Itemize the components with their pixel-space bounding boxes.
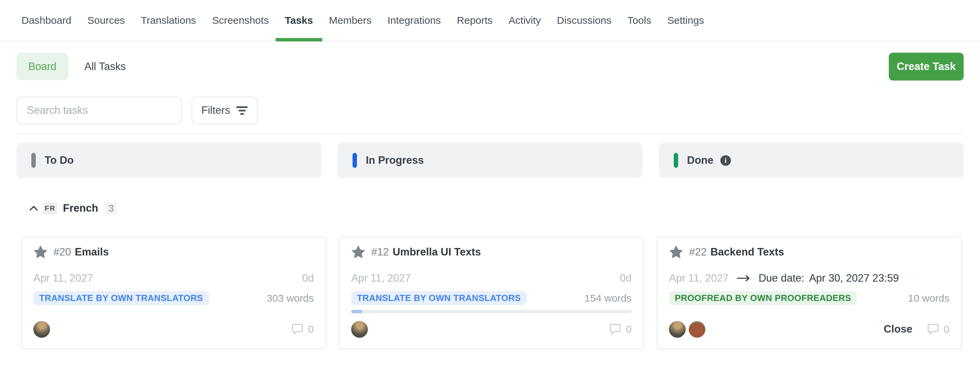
column-header-in-progress: In Progress (337, 143, 643, 178)
favorite-star-button[interactable] (669, 245, 683, 259)
assignee-avatar (689, 321, 705, 338)
task-card-umbrella-ui-texts[interactable]: #12 Umbrella UI Texts Apr 11, 2027 0d TR… (339, 236, 644, 349)
filters-button-label: Filters (202, 104, 230, 117)
top-navigation: Dashboard Sources Translations Screensho… (0, 0, 980, 41)
task-date: Apr 11, 2027 (669, 272, 729, 284)
tab-sources[interactable]: Sources (88, 0, 125, 41)
comment-count: 0 (626, 323, 632, 335)
card-footer-row: 0 (33, 321, 314, 338)
card-badge-row: TRANSLATE BY OWN TRANSLATORS 154 words (351, 291, 632, 305)
all-tasks-view-tab[interactable]: All Tasks (84, 53, 126, 80)
in-progress-status-pill (353, 153, 357, 168)
favorite-star-button[interactable] (351, 245, 366, 259)
tasks-board-page: Dashboard Sources Translations Screensho… (0, 0, 980, 372)
tab-discussions[interactable]: Discussions (557, 0, 611, 41)
column-header-todo: To Do (16, 143, 321, 178)
create-task-button[interactable]: Create Task (889, 53, 964, 81)
comment-icon[interactable] (609, 323, 621, 335)
assignee-avatars[interactable] (33, 321, 50, 338)
column-label: Done (687, 154, 714, 166)
task-type-badge: TRANSLATE BY OWN TRANSLATORS (351, 291, 527, 305)
card-meta-row: Apr 11, 2027 0d (33, 271, 314, 285)
task-date: Apr 11, 2027 (33, 272, 93, 284)
card-meta-row: Apr 11, 2027 0d (351, 271, 632, 285)
card-meta-row: Apr 11, 2027 Due date: Apr 30, 2027 23:5… (669, 271, 950, 285)
card-badge-row: PROOFREAD BY OWN PROOFREADERS 10 words (669, 291, 950, 305)
progress-fill (351, 310, 363, 313)
info-icon[interactable]: i (721, 155, 731, 166)
task-card-backend-texts[interactable]: #22 Backend Texts Apr 11, 2027 Due date:… (657, 236, 962, 349)
progress-bar (351, 310, 632, 313)
close-task-button[interactable]: Close (884, 323, 912, 335)
star-icon (351, 245, 366, 259)
filter-icon (236, 106, 248, 115)
todo-status-pill (31, 153, 36, 168)
tab-settings[interactable]: Settings (667, 0, 704, 41)
task-title: Umbrella UI Texts (393, 246, 481, 258)
card-badge-row: TRANSLATE BY OWN TRANSLATORS 303 words (33, 291, 314, 305)
card-title-row: #12 Umbrella UI Texts (351, 245, 632, 260)
tab-activity[interactable]: Activity (509, 0, 541, 41)
star-icon (669, 245, 683, 259)
task-date: Apr 11, 2027 (351, 272, 411, 284)
card-title-row: #22 Backend Texts (669, 245, 950, 260)
favorite-star-button[interactable] (33, 245, 48, 259)
collapse-group-button[interactable] (29, 203, 39, 213)
word-count: 10 words (908, 293, 950, 304)
language-name: French (63, 202, 98, 214)
task-card-emails[interactable]: #20 Emails Apr 11, 2027 0d TRANSLATE BY … (21, 236, 326, 349)
chevron-up-icon (29, 206, 38, 211)
tab-members[interactable]: Members (329, 0, 372, 41)
column-label: To Do (45, 154, 74, 166)
column-header-done: Done i (659, 143, 964, 178)
section-divider (16, 134, 964, 135)
tab-screenshots[interactable]: Screenshots (212, 0, 269, 41)
due-date-label: Due date: (759, 272, 804, 284)
task-count-badge: 3 (105, 202, 117, 215)
task-id: #20 (53, 246, 71, 258)
language-code-badge: FR (43, 203, 57, 214)
assignee-avatar (33, 321, 50, 338)
comment-count: 0 (308, 323, 314, 335)
tab-tools[interactable]: Tools (627, 0, 651, 41)
board-view-tab[interactable]: Board (16, 53, 68, 80)
task-duration: 0d (620, 272, 632, 284)
tab-translations[interactable]: Translations (141, 0, 196, 41)
word-count: 154 words (585, 293, 632, 304)
card-footer-row: 0 (351, 321, 632, 338)
word-count: 303 words (267, 293, 314, 304)
star-icon (33, 245, 48, 259)
comment-icon[interactable] (292, 323, 303, 335)
comment-count: 0 (943, 323, 950, 335)
search-input[interactable] (16, 97, 182, 124)
task-title: Emails (75, 246, 109, 258)
tab-tasks[interactable]: Tasks (285, 0, 313, 41)
task-id: #12 (371, 246, 389, 258)
tab-dashboard[interactable]: Dashboard (21, 0, 72, 41)
filters-button[interactable]: Filters (192, 97, 258, 124)
task-title: Backend Texts (711, 246, 784, 258)
tab-reports[interactable]: Reports (457, 0, 493, 41)
assignee-avatars[interactable] (351, 321, 368, 338)
task-duration: 0d (302, 272, 314, 284)
column-label: In Progress (366, 154, 424, 166)
assignee-avatar (669, 321, 686, 338)
task-type-badge: PROOFREAD BY OWN PROOFREADERS (669, 291, 857, 305)
card-footer-row: Close 0 (669, 321, 950, 338)
done-status-pill (674, 153, 678, 168)
language-group-row: FR French 3 (16, 200, 117, 217)
assignee-avatar (351, 321, 368, 338)
arrow-right-icon (737, 274, 750, 282)
due-date-value: Apr 30, 2027 23:59 (809, 272, 899, 284)
task-type-badge: TRANSLATE BY OWN TRANSLATORS (33, 291, 209, 305)
assignee-avatars[interactable] (669, 321, 705, 338)
card-title-row: #20 Emails (33, 245, 314, 260)
task-id: #22 (689, 246, 707, 258)
comment-icon[interactable] (927, 323, 939, 335)
tab-integrations[interactable]: Integrations (388, 0, 441, 41)
